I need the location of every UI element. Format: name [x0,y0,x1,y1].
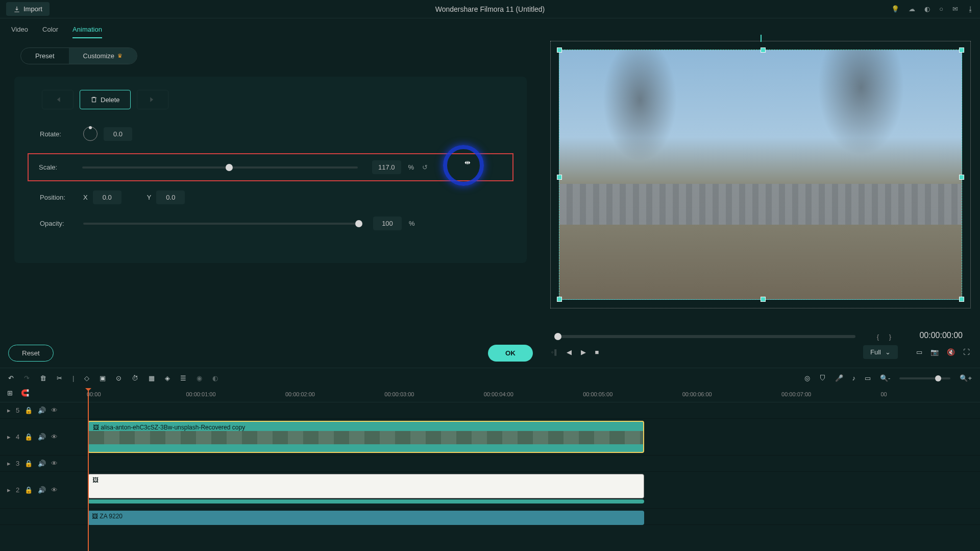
lock-icon[interactable]: 🔒 [24,433,33,441]
ok-button[interactable]: OK [488,345,533,362]
clip-za9220[interactable]: 🖼 ZA 9220 [88,511,644,525]
timeline-ruler[interactable]: 00:00 00:00:01:00 00:00:02:00 00:00:03:0… [0,388,980,402]
rotate-value[interactable]: 0.0 [104,127,132,141]
lock-icon[interactable]: 🔒 [24,486,33,494]
handle-bl[interactable] [557,297,562,302]
rotate-knob[interactable] [83,127,97,141]
mute-icon[interactable]: 🔊 [38,460,46,467]
redo-icon[interactable]: ↷ [24,374,30,382]
ruler-tick: 00:00:03:00 [384,388,483,402]
lock-icon[interactable]: 🔒 [24,406,33,414]
track-head-4: ▸ 4 🔒 🔊 👁 [0,433,76,441]
toggle-customize[interactable]: Customize ♛ [69,48,137,64]
adjust-icon[interactable]: ☰ [180,374,186,382]
undo-icon[interactable]: ↶ [8,374,14,382]
reset-button[interactable]: Reset [8,345,54,362]
track-add-icon[interactable]: ⊞ [7,389,13,397]
stop-icon[interactable]: ■ [595,348,599,356]
cloud-icon[interactable]: ☁ [909,5,915,13]
message-icon[interactable]: ✉ [952,5,958,13]
fullscreen-icon[interactable]: ⛶ [963,348,970,356]
keyframe-icon[interactable]: ◉ [197,374,202,382]
next-keyframe-button[interactable] [137,90,168,109]
export-icon[interactable]: ⭳ [967,5,974,13]
player-scrubber[interactable]: { } 00:00:00:00 [554,335,855,338]
speed-icon[interactable]: ⊙ [116,374,121,382]
scale-thumb[interactable] [226,164,233,171]
image-icon: 🖼 [92,476,99,484]
visibility-icon[interactable]: 👁 [51,486,58,494]
mute-icon[interactable]: 🔊 [38,433,46,441]
tips-icon[interactable]: 💡 [891,5,899,13]
mute-icon[interactable]: 🔊 [38,406,46,414]
snapshot-icon[interactable]: 📷 [930,348,939,356]
handle-tl[interactable] [557,47,562,53]
preview-canvas[interactable] [559,50,962,300]
playhead[interactable] [88,388,89,551]
shield-icon[interactable]: ⛉ [819,374,826,382]
tab-animation[interactable]: Animation [72,26,102,38]
mute-icon[interactable]: 🔇 [947,348,955,356]
play-back-icon[interactable]: ◀ [567,348,572,356]
track-body-za[interactable]: 🖼 ZA 9220 [76,509,980,524]
toggle-preset[interactable]: Preset [21,48,69,64]
opacity-thumb[interactable] [355,220,362,227]
mic-icon[interactable]: 🎤 [835,374,843,382]
mute-icon[interactable]: 🔊 [38,486,46,494]
preview-viewport[interactable] [541,18,980,331]
greenscreen-icon[interactable]: ◐ [212,374,218,382]
track-body-5[interactable] [76,402,980,418]
track-body-3[interactable] [76,456,980,471]
delete-keyframe-button[interactable]: Delete [80,90,131,109]
handle-ml[interactable] [557,175,562,180]
freezeframe-icon[interactable]: ▦ [149,374,155,382]
zoom-slider[interactable] [899,377,950,379]
capture-icon[interactable]: ▭ [916,348,922,356]
handle-tm[interactable] [761,47,766,53]
crop-icon[interactable]: ▣ [100,374,106,382]
mixer-icon[interactable]: ♪ [852,374,856,382]
zoom-out-icon[interactable]: 🔍- [880,374,890,382]
track-head-3: ▸ 3 🔒 🔊 👁 [0,460,76,467]
track-body-2[interactable]: 🖼 [76,472,980,508]
tab-color[interactable]: Color [42,26,58,38]
visibility-icon[interactable]: 👁 [51,460,58,467]
render-icon[interactable]: ◎ [804,374,810,382]
lock-icon[interactable]: 🔒 [24,460,33,467]
opacity-slider[interactable] [83,223,359,225]
zoom-in-icon[interactable]: 🔍+ [960,374,972,382]
import-button[interactable]: Import [6,2,50,16]
duration-icon[interactable]: ⏱ [132,374,138,382]
clip-white[interactable]: 🖼 [88,474,644,498]
pos-y-value[interactable]: 0.0 [156,190,185,204]
cut-icon[interactable]: ✂ [57,374,62,382]
handle-bm[interactable] [761,297,766,302]
step-back-icon[interactable]: ◦∥ [551,348,557,356]
marker-icon[interactable]: ◇ [84,374,89,382]
pos-x-value[interactable]: 0.0 [93,190,121,204]
track-body-4[interactable]: 🖼 alisa-anton-ehC3cSZ-3Bw-unsplash-Recov… [76,419,980,455]
visibility-icon[interactable]: 👁 [51,433,58,441]
handle-mr[interactable] [959,175,964,180]
rotate-handle[interactable] [761,35,762,42]
delete-icon[interactable]: 🗑 [40,374,46,382]
zoom-thumb[interactable] [935,375,941,381]
fit-icon[interactable]: ▭ [865,374,871,382]
scrub-thumb[interactable] [554,333,561,340]
magnet-icon[interactable]: 🧲 [21,389,29,397]
account-icon[interactable]: ◐ [924,5,930,13]
tab-video[interactable]: Video [11,26,28,38]
clip-alisa[interactable]: 🖼 alisa-anton-ehC3cSZ-3Bw-unsplash-Recov… [88,421,644,453]
prev-keyframe-button[interactable] [42,90,74,109]
scale-value[interactable]: 117.0 [372,160,401,174]
quality-selector[interactable]: Full ⌄ [863,345,898,359]
opacity-value[interactable]: 100 [373,217,402,230]
visibility-icon[interactable]: 👁 [51,406,58,414]
handle-tr[interactable] [959,47,964,53]
handle-br[interactable] [959,297,964,302]
play-icon[interactable]: ▶ [581,348,586,356]
scale-reset-icon[interactable]: ↺ [422,163,428,171]
colortag-icon[interactable]: ◈ [165,374,170,382]
scale-slider[interactable] [82,166,358,169]
help-icon[interactable]: ○ [939,5,943,13]
